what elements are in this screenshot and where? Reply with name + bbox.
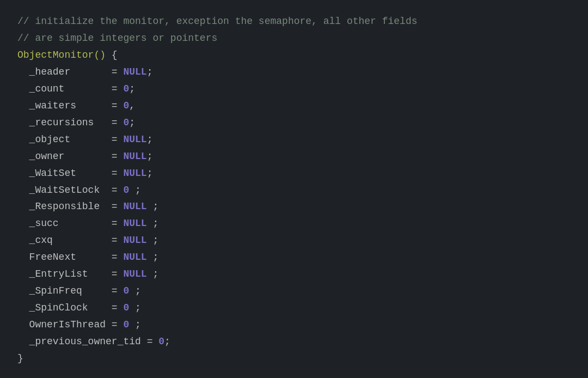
field-owneristhread: OwnerIsThread = 0 ; bbox=[17, 316, 571, 333]
field-entrylist: _EntryList = NULL ; bbox=[17, 266, 571, 283]
field-cxq: _cxq = NULL ; bbox=[17, 232, 571, 249]
comment-line-1: // initialize the monitor, exception the… bbox=[17, 13, 571, 30]
close-brace-line: } bbox=[17, 350, 571, 367]
field-waitsetlock: _WaitSetLock = 0 ; bbox=[17, 182, 571, 199]
field-spinfreq: _SpinFreq = 0 ; bbox=[17, 283, 571, 300]
field-freenext: FreeNext = NULL ; bbox=[17, 249, 571, 266]
field-recursions: _recursions = 0 ; bbox=[17, 114, 571, 131]
field-waitset: _WaitSet = NULL ; bbox=[17, 165, 571, 182]
field-previous-owner-tid: _previous_owner_tid = 0 ; bbox=[17, 333, 571, 350]
field-owner: _owner = NULL ; bbox=[17, 148, 571, 165]
field-succ: _succ = NULL ; bbox=[17, 215, 571, 232]
code-block: // initialize the monitor, exception the… bbox=[0, 0, 588, 378]
function-decl-line: ObjectMonitor() { bbox=[17, 47, 571, 64]
field-responsible: _Responsible = NULL ; bbox=[17, 198, 571, 215]
field-count: _count = 0 ; bbox=[17, 81, 571, 97]
field-object: _object = NULL ; bbox=[17, 131, 571, 148]
comment-line-2: // are simple integers or pointers bbox=[17, 30, 571, 47]
field-spinclock: _SpinClock = 0 ; bbox=[17, 300, 571, 316]
field-waiters: _waiters = 0 , bbox=[17, 97, 571, 114]
field-header: _header = NULL ; bbox=[17, 64, 571, 81]
